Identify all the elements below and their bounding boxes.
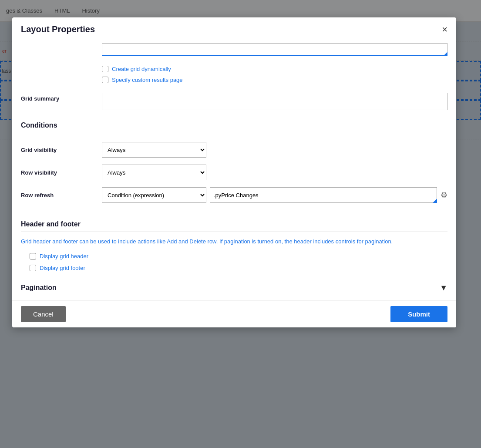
display-footer-row: Display grid footer xyxy=(21,265,447,271)
layout-properties-dialog: Layout Properties × Create grid dynamica… xyxy=(12,17,456,327)
grid-summary-label: Grid summary xyxy=(21,93,95,102)
row-refresh-inputs: Always Never Condition (expression) ⚙ xyxy=(102,187,447,203)
grid-summary-input[interactable] xyxy=(102,93,447,110)
display-footer-checkbox[interactable] xyxy=(30,265,36,271)
gear-icon[interactable]: ⚙ xyxy=(441,190,447,200)
grid-summary-row: Grid summary xyxy=(21,88,447,115)
row-visibility-row: Row visibility Always Never Condition xyxy=(21,161,447,184)
pagination-section: Pagination ▼ xyxy=(21,276,447,296)
display-header-label: Display grid header xyxy=(40,253,88,259)
top-text-input[interactable] xyxy=(102,43,447,56)
row-refresh-row: Row refresh Always Never Condition (expr… xyxy=(21,184,447,206)
top-control-area xyxy=(102,43,447,56)
header-footer-title: Header and footer xyxy=(21,213,447,232)
pagination-collapse-icon[interactable]: ▼ xyxy=(440,283,447,293)
grid-summary-control xyxy=(102,93,447,110)
pagination-title: Pagination xyxy=(21,284,57,292)
dialog-header: Layout Properties × xyxy=(12,17,456,40)
conditions-title: Conditions xyxy=(21,115,447,133)
display-footer-label: Display grid footer xyxy=(40,265,85,271)
conditions-section: Conditions Grid visibility Always Never … xyxy=(21,115,447,206)
grid-visibility-select[interactable]: Always Never Condition xyxy=(102,142,206,158)
specify-custom-checkbox[interactable] xyxy=(102,77,108,83)
row-visibility-label: Row visibility xyxy=(21,169,95,176)
top-partial-section xyxy=(21,40,447,61)
dialog-body: Create grid dynamically Specify custom r… xyxy=(12,40,456,300)
grid-visibility-row: Grid visibility Always Never Condition xyxy=(21,138,447,161)
expression-wrapper xyxy=(210,187,437,203)
dialog-footer: Cancel Submit xyxy=(12,300,456,327)
submit-button[interactable]: Submit xyxy=(390,306,447,322)
create-grid-row: Create grid dynamically xyxy=(102,66,447,72)
top-label xyxy=(21,43,95,46)
expression-blue-corner xyxy=(433,199,437,203)
dialog-title: Layout Properties xyxy=(21,24,95,34)
display-header-row: Display grid header xyxy=(21,253,447,259)
close-button[interactable]: × xyxy=(442,25,447,34)
header-footer-divider xyxy=(21,232,447,232)
header-footer-section: Header and footer Grid header and footer… xyxy=(21,213,447,271)
specify-custom-row: Specify custom results page xyxy=(102,77,447,83)
checkboxes-container: Create grid dynamically Specify custom r… xyxy=(21,66,447,83)
create-grid-label: Create grid dynamically xyxy=(112,66,171,72)
conditions-divider xyxy=(21,133,447,133)
create-grid-checkbox[interactable] xyxy=(102,66,108,72)
expression-input[interactable] xyxy=(210,187,437,203)
grid-visibility-label: Grid visibility xyxy=(21,147,95,153)
row-refresh-label: Row refresh xyxy=(21,192,95,199)
blue-corner-indicator xyxy=(443,52,447,56)
cancel-button[interactable]: Cancel xyxy=(21,306,66,322)
row-visibility-select[interactable]: Always Never Condition xyxy=(102,165,206,180)
display-header-checkbox[interactable] xyxy=(30,253,36,259)
row-refresh-select[interactable]: Always Never Condition (expression) xyxy=(102,187,206,203)
specify-custom-label: Specify custom results page xyxy=(112,77,183,83)
header-footer-description: Grid header and footer can be used to in… xyxy=(21,237,447,246)
